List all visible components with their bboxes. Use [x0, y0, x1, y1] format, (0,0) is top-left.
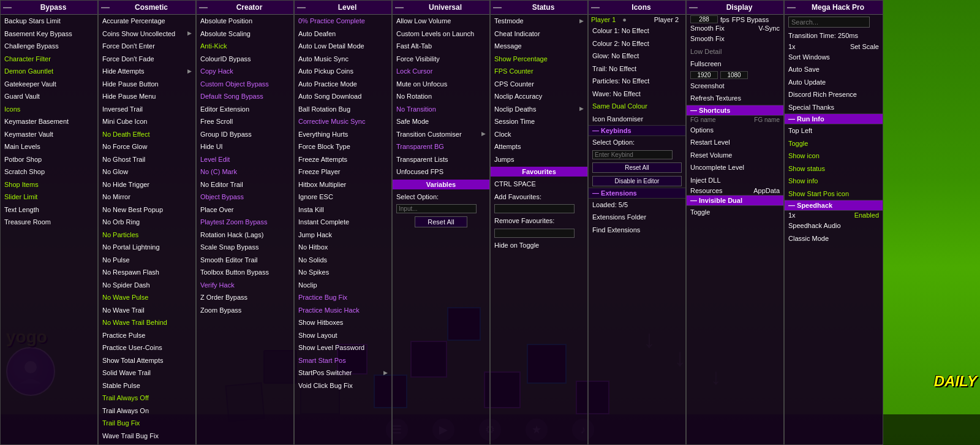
panel-status-header[interactable]: — Status — [491, 1, 587, 15]
list-item[interactable]: No Glow — [99, 165, 195, 178]
list-item[interactable]: Free Scroll — [197, 115, 293, 128]
list-item[interactable]: Auto Update — [785, 76, 883, 89]
list-item[interactable]: Icons — [1, 103, 97, 116]
list-item[interactable]: Noclip — [295, 279, 391, 292]
list-item[interactable]: Show Layout — [295, 329, 391, 342]
list-item[interactable]: CTRL SPACE — [491, 178, 587, 191]
list-item[interactable]: No Editor Trail — [197, 178, 293, 191]
list-item[interactable]: Slider Limit — [1, 191, 97, 203]
list-item[interactable]: Top Left — [785, 124, 883, 137]
list-item[interactable]: Copy Hack — [197, 65, 293, 78]
list-item[interactable]: Guard Vault — [1, 90, 97, 103]
width-input[interactable] — [690, 71, 718, 79]
list-item[interactable]: Editor Extension — [197, 103, 293, 116]
list-item[interactable]: Find Extensions — [589, 224, 685, 237]
list-item[interactable]: Smooth Editor Trail — [197, 254, 293, 267]
list-item[interactable]: Default Song Bypass — [197, 90, 293, 103]
list-item[interactable]: Auto Music Sync — [295, 53, 391, 66]
list-item[interactable]: No Rotation — [393, 90, 489, 103]
list-item[interactable]: Force Visibility — [393, 53, 489, 66]
list-item[interactable]: Coins Show Uncollected▶ — [99, 28, 195, 40]
panel-cosmetic-header[interactable]: — Cosmetic — [99, 1, 195, 15]
list-item[interactable]: Ignore ESC — [295, 191, 391, 203]
list-item[interactable]: Force Don't Fade — [99, 53, 195, 66]
list-item[interactable]: No New Best Popup — [99, 203, 195, 216]
list-item[interactable]: Noclip Accuracy — [491, 90, 587, 103]
list-item[interactable]: Inject DLL — [687, 174, 783, 187]
list-item[interactable]: Auto Low Detail Mode — [295, 40, 391, 53]
list-item[interactable]: Show Percentage — [491, 53, 587, 66]
panel-bypass-header[interactable]: — Bypass — [1, 1, 97, 15]
list-item[interactable]: Rotation Hack (Lags) — [197, 229, 293, 242]
list-item[interactable]: Testmode▶ — [491, 15, 587, 28]
list-item[interactable]: No Wave Pulse — [99, 291, 195, 304]
list-item[interactable]: No Portal Lightning — [99, 241, 195, 254]
list-item[interactable]: Sort Windows — [785, 51, 883, 64]
list-item[interactable]: Toolbox Button Bypass — [197, 266, 293, 279]
list-item[interactable]: Lock Cursor — [393, 65, 489, 78]
list-item[interactable]: Demon Gauntlet — [1, 65, 97, 78]
list-item[interactable]: Auto Save — [785, 63, 883, 76]
list-item[interactable]: Keymaster Basement — [1, 115, 97, 128]
list-item[interactable]: Everything Hurts — [295, 128, 391, 141]
list-item[interactable]: Jump Hack — [295, 229, 391, 242]
list-item[interactable]: No Force Glow — [99, 140, 195, 153]
list-item[interactable]: Safe Mode — [393, 115, 489, 128]
list-item[interactable]: Wave: No Effect — [589, 88, 685, 101]
list-item[interactable]: Verify Hack — [197, 279, 293, 292]
list-item[interactable]: Inversed Trail — [99, 103, 195, 116]
list-item[interactable]: Speedhack Audio — [785, 219, 883, 232]
list-item[interactable]: Freeze Attempts — [295, 153, 391, 166]
list-item[interactable]: No Transition — [393, 103, 489, 116]
list-item[interactable]: Transparent Lists — [393, 153, 489, 166]
list-item[interactable]: No Ghost Trail — [99, 153, 195, 166]
list-item[interactable]: Glow: No Effect — [589, 50, 685, 63]
list-item[interactable]: Remove Favourites: — [491, 215, 587, 227]
list-item[interactable]: Group ID Bypass — [197, 128, 293, 141]
list-item[interactable]: Place Over — [197, 203, 293, 216]
list-item[interactable]: No Death Effect — [99, 128, 195, 141]
list-item[interactable]: No Wave Trail Behind — [99, 316, 195, 329]
list-item[interactable]: Show Total Attempts — [99, 354, 195, 367]
list-item[interactable]: No Particles — [99, 229, 195, 242]
list-item[interactable]: Low Detail — [687, 45, 783, 58]
list-item[interactable]: Reset Volume — [687, 149, 783, 162]
list-item[interactable]: No Pulse — [99, 254, 195, 267]
list-item[interactable]: Show status — [785, 162, 883, 175]
list-item[interactable]: Classic Mode — [785, 232, 883, 245]
list-item[interactable]: Hitbox Multiplier — [295, 178, 391, 191]
list-item[interactable]: Particles: No Effect — [589, 75, 685, 88]
panel-mega-hack-header[interactable]: — Mega Hack Pro — [785, 1, 883, 15]
list-item[interactable]: Solid Wave Trail — [99, 367, 195, 379]
list-item[interactable]: Trail: No Effect — [589, 63, 685, 75]
fps-input[interactable] — [690, 15, 718, 23]
variable-input[interactable] — [396, 204, 477, 213]
list-item[interactable]: Stable Pulse — [99, 379, 195, 392]
list-item[interactable]: No Wave Trail — [99, 304, 195, 317]
list-item[interactable]: Smooth Fix — [687, 32, 783, 45]
list-item[interactable]: Colour 1: No Effect — [589, 25, 685, 37]
set-scale-button[interactable]: Set Scale — [850, 43, 879, 50]
list-item[interactable]: Fullscreen — [687, 58, 783, 70]
keybind-input[interactable] — [592, 150, 673, 159]
list-item[interactable]: Level Edit — [197, 153, 293, 166]
list-item[interactable]: Absolute Scaling — [197, 28, 293, 40]
list-item[interactable]: Trail Always Off — [99, 392, 195, 405]
list-item[interactable]: Session Time — [491, 115, 587, 128]
disable-in-editor-button[interactable]: Disable in Editor — [592, 176, 682, 186]
list-item[interactable]: Custom Levels on Launch — [393, 28, 489, 40]
list-item[interactable]: Wave Trail Bug Fix — [99, 430, 195, 443]
list-item[interactable]: Shop Items — [1, 178, 97, 191]
list-item[interactable]: Transparent BG — [393, 140, 489, 153]
vsync-label[interactable]: V-Sync — [758, 25, 780, 32]
list-item[interactable]: Zoom Bypass — [197, 304, 293, 317]
list-item[interactable]: Hide UI — [197, 140, 293, 153]
favourites-add-input[interactable] — [494, 204, 575, 213]
list-item[interactable]: Allow Low Volume — [393, 15, 489, 28]
list-item[interactable]: Hide on Toggle — [491, 239, 587, 252]
list-item[interactable]: Colour 2: No Effect — [589, 37, 685, 50]
list-item[interactable]: Mini Cube Icon — [99, 115, 195, 128]
list-item[interactable]: StartPos Switcher▶ — [295, 367, 391, 379]
list-item[interactable]: Options — [687, 124, 783, 137]
list-item[interactable]: Gatekeeper Vault — [1, 78, 97, 91]
